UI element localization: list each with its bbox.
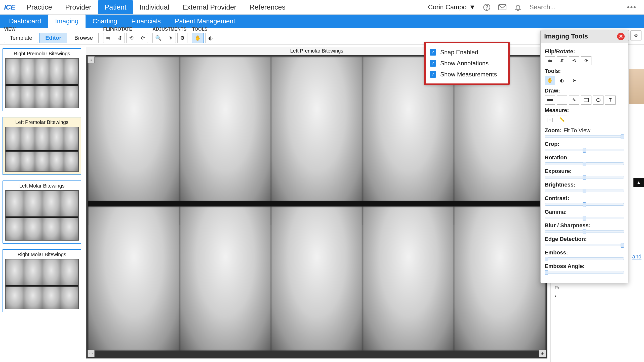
corner-handle-tl[interactable]: ▫ — [88, 56, 95, 63]
zoom-button[interactable]: 🔍 — [152, 33, 164, 43]
top-bar: ICE Practice Provider Patient Individual… — [0, 0, 644, 15]
slider-track[interactable] — [545, 203, 624, 206]
slider-track[interactable] — [545, 162, 624, 165]
image-canvas[interactable]: ▫ ⋯ ⊕ — [86, 55, 547, 358]
slider-thumb[interactable] — [583, 230, 586, 234]
tab-external-provider[interactable]: External Provider — [176, 0, 243, 14]
view-editor-button[interactable]: Editor — [39, 33, 67, 43]
mini-rotate-r[interactable]: ⟳ — [581, 56, 591, 65]
option-label: Snap Enabled — [440, 49, 478, 56]
bell-icon[interactable] — [514, 3, 522, 12]
imaging-tools-panel: Imaging Tools ✕ Flip/Rotate: ⇋ ⇵ ⟲ ⟳ Too… — [540, 30, 628, 283]
group-view-label: VIEW — [4, 27, 99, 32]
mini-rotate-l[interactable]: ⟲ — [569, 56, 579, 65]
section-draw: Draw: — [545, 87, 624, 94]
option-show-measurements[interactable]: ✓ Show Measurements — [430, 69, 504, 80]
slider-thumb[interactable] — [583, 189, 586, 193]
group-flip-label: FLIP/ROTATE — [103, 27, 148, 32]
flip-vertical-button[interactable]: ⇵ — [115, 33, 125, 43]
checkbox-checked-icon[interactable]: ✓ — [430, 71, 436, 78]
thumb-right-premolar[interactable]: Right Premolar Bitewings — [3, 48, 81, 111]
close-icon[interactable]: ✕ — [617, 33, 625, 40]
option-show-annotations[interactable]: ✓ Show Annotations — [430, 58, 504, 69]
user-name-label: Corin Campo — [428, 3, 467, 11]
thumb-image — [5, 190, 79, 241]
mini-flip-v[interactable]: ⇵ — [557, 56, 567, 65]
settings-adjust-button[interactable]: ⚙ — [177, 33, 187, 43]
more-menu-icon[interactable]: ••• — [627, 3, 636, 12]
thumb-left-premolar[interactable]: Left Premolar Bitewings — [3, 117, 81, 175]
view-template-button[interactable]: Template — [4, 33, 38, 43]
option-label: Show Annotations — [440, 60, 489, 67]
mail-icon[interactable] — [498, 3, 507, 12]
thumb-title: Right Premolar Bitewings — [3, 49, 81, 58]
rotate-left-button[interactable]: ⟲ — [126, 33, 136, 43]
slider-track[interactable] — [545, 230, 624, 233]
slider-thumb[interactable] — [583, 175, 586, 180]
rotate-right-button[interactable]: ⟳ — [138, 33, 148, 43]
thumb-image — [5, 58, 79, 108]
option-snap-enabled[interactable]: ✓ Snap Enabled — [430, 47, 504, 58]
slider-thumb[interactable] — [621, 134, 624, 139]
search-input[interactable] — [529, 3, 620, 11]
draw-rect[interactable] — [581, 96, 591, 105]
subnav-charting[interactable]: Charting — [86, 15, 124, 28]
checkbox-checked-icon[interactable]: ✓ — [430, 49, 436, 56]
mini-flip-h[interactable]: ⇋ — [545, 56, 555, 65]
tab-patient[interactable]: Patient — [98, 0, 133, 14]
slider-track[interactable] — [545, 149, 624, 151]
tab-provider[interactable]: Provider — [59, 0, 98, 14]
subnav-dashboard[interactable]: Dashboard — [2, 15, 48, 28]
slider-track[interactable] — [545, 257, 624, 260]
thumb-image — [5, 259, 79, 309]
slider-thumb[interactable] — [583, 148, 586, 153]
draw-thin-line[interactable] — [557, 96, 567, 105]
thumb-left-molar[interactable]: Left Molar Bitewings — [3, 180, 81, 244]
thumb-image — [5, 127, 79, 172]
slider-track[interactable] — [545, 176, 624, 178]
tools-panel-header[interactable]: Imaging Tools ✕ — [541, 30, 628, 43]
slider-thumb[interactable] — [621, 243, 624, 248]
expand-link[interactable]: and — [632, 253, 641, 260]
slider-track[interactable] — [545, 190, 624, 192]
corner-handle-bl[interactable]: ⋯ — [88, 350, 95, 357]
subnav-patient-management[interactable]: Patient Management — [168, 15, 242, 28]
tab-individual[interactable]: Individual — [133, 0, 176, 14]
slider-thumb[interactable] — [583, 216, 586, 220]
draw-pencil[interactable]: ✎ — [569, 96, 579, 105]
mini-pan[interactable]: ✋ — [545, 76, 555, 85]
mini-pointer[interactable]: ➤ — [569, 76, 579, 85]
draw-thick-line[interactable] — [545, 96, 555, 105]
flip-horizontal-button[interactable]: ⇋ — [103, 33, 113, 43]
expand-side-tab[interactable]: ▲ — [633, 178, 644, 187]
settings-gear-button[interactable]: ⚙ — [630, 30, 641, 40]
pan-tool-button[interactable]: ✋ — [192, 33, 204, 43]
brightness-button[interactable]: ☀ — [166, 33, 176, 43]
mini-contrast[interactable]: ◐ — [557, 76, 567, 85]
slider-thumb[interactable] — [545, 270, 548, 275]
slider-thumb[interactable] — [583, 202, 586, 207]
draw-text[interactable]: T — [605, 96, 616, 105]
corner-handle-br[interactable]: ⊕ — [539, 350, 546, 357]
view-browse-button[interactable]: Browse — [69, 33, 99, 43]
thumb-right-molar[interactable]: Right Molar Bitewings — [3, 249, 81, 312]
slider-track[interactable] — [545, 217, 624, 219]
tab-practice[interactable]: Practice — [20, 0, 59, 14]
measure-ruler[interactable]: 📏 — [557, 115, 567, 124]
subnav-imaging[interactable]: Imaging — [48, 15, 86, 28]
contrast-tool-button[interactable]: ◐ — [205, 33, 215, 43]
user-menu[interactable]: Corin Campo ▼ — [428, 3, 476, 11]
main-tabs: Practice Provider Patient Individual Ext… — [20, 0, 292, 14]
slider-track[interactable] — [545, 244, 624, 246]
measure-distance[interactable]: |↔| — [545, 115, 555, 124]
slider-track[interactable] — [545, 271, 624, 274]
slider-thumb[interactable] — [545, 257, 548, 261]
subnav-financials[interactable]: Financials — [124, 15, 168, 28]
checkbox-checked-icon[interactable]: ✓ — [430, 60, 436, 67]
slider-track[interactable] — [545, 135, 624, 138]
tab-references[interactable]: References — [243, 0, 292, 14]
slider-label: Edge Detection: — [545, 236, 624, 242]
draw-ellipse[interactable] — [593, 96, 603, 105]
help-icon[interactable] — [482, 3, 491, 12]
slider-thumb[interactable] — [583, 162, 586, 166]
